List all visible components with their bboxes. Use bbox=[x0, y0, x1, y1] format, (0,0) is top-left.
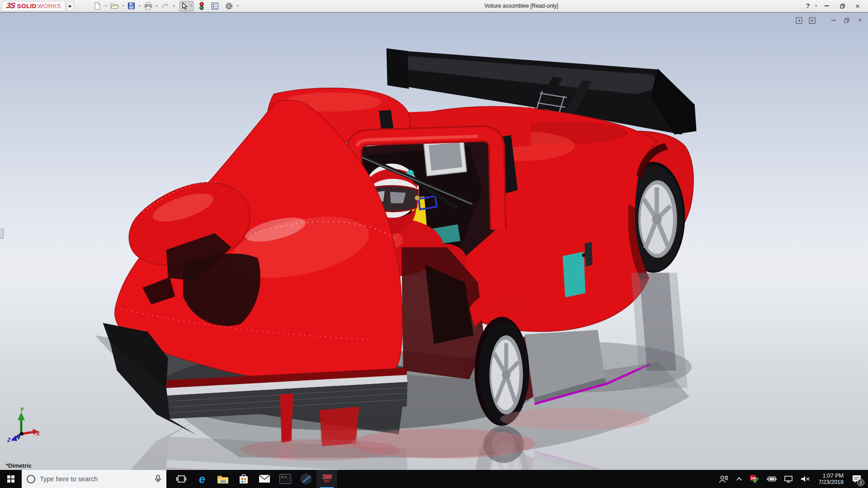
new-document-icon bbox=[94, 2, 101, 10]
rebuild-button[interactable] bbox=[198, 1, 206, 11]
people-button[interactable] bbox=[716, 470, 731, 488]
notification-badge: 3 bbox=[857, 479, 864, 486]
help-button[interactable]: ? bbox=[803, 0, 813, 12]
options-caret[interactable]: ▾ bbox=[236, 1, 240, 11]
solidworks-monitor-tray[interactable]: SW bbox=[747, 470, 761, 488]
action-center-button[interactable]: 3 bbox=[849, 470, 866, 488]
mail-icon bbox=[259, 474, 270, 483]
options-gear-icon bbox=[225, 2, 233, 10]
minimize-icon bbox=[831, 20, 836, 21]
print-button[interactable] bbox=[143, 1, 154, 11]
triad-x-label: X bbox=[36, 431, 40, 437]
restore-icon bbox=[844, 17, 850, 23]
collapse-left-pane-button[interactable] bbox=[795, 17, 802, 24]
taskbar-search[interactable] bbox=[22, 470, 166, 488]
clock-date: 7/23/2018 bbox=[818, 479, 844, 485]
select-cursor-icon bbox=[181, 2, 188, 10]
tray-chevron-button[interactable] bbox=[733, 470, 745, 488]
command-prompt-icon: C:\_ bbox=[279, 474, 291, 484]
collapse-right-icon bbox=[809, 17, 816, 24]
composer-app-button[interactable] bbox=[296, 470, 316, 488]
new-document-button[interactable] bbox=[92, 1, 103, 11]
document-window-controls: × bbox=[795, 17, 863, 24]
triad-z-label: Z bbox=[7, 437, 11, 442]
titlebar: 3S SOLIDWORKS ▶ ▾ ▾ ▾ ▾ ▾ bbox=[0, 0, 868, 12]
open-caret[interactable]: ▾ bbox=[122, 1, 125, 11]
start-button[interactable] bbox=[0, 470, 22, 488]
hexagon-app-icon bbox=[300, 473, 312, 485]
triad-y-label: Y bbox=[20, 406, 24, 413]
menu-expand-button[interactable]: ▶ bbox=[66, 1, 74, 11]
doc-minimize-button[interactable] bbox=[830, 17, 837, 24]
file-properties-button[interactable] bbox=[210, 1, 220, 11]
collapse-right-pane-button[interactable] bbox=[808, 17, 816, 24]
solidworks-app-icon: SW 2017 bbox=[322, 474, 332, 483]
volume-tray[interactable] bbox=[797, 470, 813, 488]
save-button[interactable] bbox=[126, 1, 137, 11]
volume-muted-icon bbox=[800, 475, 810, 483]
minimize-button[interactable] bbox=[819, 0, 835, 12]
undo-button[interactable] bbox=[160, 1, 171, 11]
command-prompt-button[interactable]: C:\_ bbox=[275, 470, 296, 488]
solidworks-window: 3S SOLIDWORKS ▶ ▾ ▾ ▾ ▾ ▾ bbox=[0, 0, 868, 488]
close-button[interactable]: × bbox=[850, 0, 865, 12]
people-icon bbox=[719, 475, 729, 483]
cortana-icon bbox=[27, 475, 35, 483]
file-properties-icon bbox=[211, 2, 219, 10]
edge-icon: e bbox=[199, 473, 205, 486]
viewport-canvas[interactable] bbox=[0, 13, 868, 470]
search-input[interactable] bbox=[40, 475, 150, 483]
store-icon bbox=[238, 474, 249, 484]
side-window-teal[interactable] bbox=[562, 252, 585, 297]
options-button[interactable] bbox=[223, 1, 235, 11]
restore-icon bbox=[840, 3, 845, 9]
windows-logo-icon bbox=[7, 475, 14, 483]
doc-close-button[interactable]: × bbox=[856, 17, 863, 24]
taskbar-apps: e C:\_ SW 2017 bbox=[171, 470, 337, 488]
taskbar-clock[interactable]: 1:07 PM 7/23/2018 bbox=[815, 473, 847, 485]
file-explorer-icon bbox=[217, 474, 229, 484]
mail-button[interactable] bbox=[254, 470, 275, 488]
battery-tray[interactable] bbox=[763, 470, 779, 488]
open-button[interactable] bbox=[109, 1, 120, 11]
dassault-mark: 3S bbox=[6, 1, 16, 10]
network-tray[interactable] bbox=[781, 470, 796, 488]
save-floppy-icon bbox=[127, 2, 135, 10]
window-title: Voiture assomblee [Read-only] bbox=[240, 3, 803, 9]
solidworks-logo[interactable]: 3S SOLIDWORKS bbox=[2, 1, 66, 11]
minimize-icon bbox=[825, 5, 829, 6]
print-icon bbox=[144, 2, 152, 10]
restore-button[interactable] bbox=[835, 0, 850, 12]
help-caret[interactable]: ▾ bbox=[813, 0, 819, 12]
select-tool-group: ▾ bbox=[179, 1, 194, 11]
select-tool-button[interactable] bbox=[180, 1, 189, 11]
edge-button[interactable]: e bbox=[192, 470, 212, 488]
microphone-icon[interactable] bbox=[155, 474, 161, 483]
task-view-button[interactable] bbox=[171, 470, 192, 488]
network-icon bbox=[784, 475, 793, 483]
save-caret[interactable]: ▾ bbox=[138, 1, 142, 11]
store-button[interactable] bbox=[233, 470, 254, 488]
sw-check-icon: SW bbox=[750, 474, 759, 483]
featuremanager-collapsed-tab[interactable] bbox=[0, 229, 4, 239]
front-wheel[interactable] bbox=[475, 317, 529, 426]
system-tray: SW 1:07 PM 7/23/2018 3 bbox=[716, 470, 868, 488]
solidworks-app-button[interactable]: SW 2017 bbox=[316, 470, 337, 488]
rebuild-traffic-light-icon bbox=[199, 2, 204, 10]
file-explorer-button[interactable] bbox=[212, 470, 233, 488]
undo-caret[interactable]: ▾ bbox=[172, 1, 176, 11]
window-controls: ? ▾ × bbox=[803, 0, 865, 12]
collapse-left-icon bbox=[796, 17, 802, 24]
new-document-caret[interactable]: ▾ bbox=[104, 1, 108, 11]
select-tool-caret[interactable]: ▾ bbox=[190, 1, 193, 11]
doc-restore-button[interactable] bbox=[843, 17, 850, 24]
view-orientation-label: *Dimetric bbox=[6, 462, 32, 469]
reference-triad: Y X Z bbox=[6, 406, 42, 444]
task-view-icon bbox=[176, 474, 187, 484]
print-caret[interactable]: ▾ bbox=[155, 1, 159, 11]
graphics-viewport[interactable]: × Y X Z *Dimetric bbox=[0, 12, 868, 470]
open-folder-icon bbox=[110, 2, 119, 10]
windows-taskbar: e C:\_ SW 2017 bbox=[0, 470, 868, 488]
battery-icon bbox=[766, 476, 777, 482]
svg-text:SW: SW bbox=[751, 476, 757, 480]
